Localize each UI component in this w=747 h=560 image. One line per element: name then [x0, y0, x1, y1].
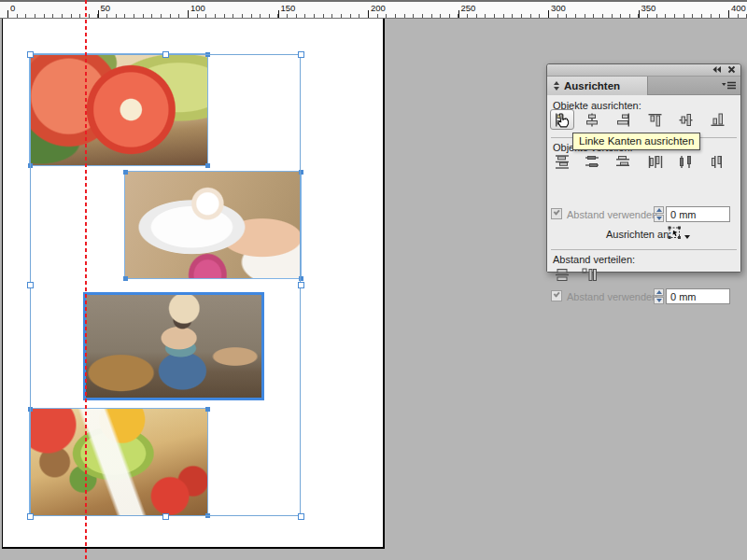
panel-tab-row: Ausrichten	[547, 77, 740, 95]
frame-handle[interactable]	[28, 407, 33, 412]
check-mark-icon	[554, 290, 560, 297]
panel-tab-title: Ausrichten	[564, 80, 620, 91]
ruler-tick-label: 350	[641, 3, 656, 13]
frame-handle[interactable]	[299, 170, 303, 175]
distribute-vertical-space-button[interactable]	[550, 264, 574, 285]
indesign-workspace: 050100150200250300350400	[0, 0, 747, 560]
ruler-major-tick	[98, 10, 99, 18]
frame-handle[interactable]	[299, 276, 303, 281]
align-horizontal-centers-button[interactable]	[580, 109, 604, 130]
spa-facial-photo[interactable]	[125, 172, 301, 278]
align-panel: Ausrichten Objekte ausrichten:	[546, 63, 741, 273]
frame-handle[interactable]	[123, 276, 128, 281]
distribute-horizontal-centers-icon	[679, 155, 694, 169]
selection-handle-bottom-left[interactable]	[27, 513, 34, 520]
distribute-horizontal-space-icon	[582, 268, 597, 282]
frame-handle[interactable]	[205, 52, 210, 57]
ruler-major-tick	[368, 10, 369, 18]
tooltip: Linke Kanten ausrichten	[572, 133, 700, 150]
distribute-horizontal-centers-button[interactable]	[674, 151, 698, 172]
horizontal-ruler[interactable]: 050100150200250300350400	[0, 2, 747, 19]
align-top-edges-icon	[648, 113, 663, 127]
panel-titlebar	[547, 64, 740, 77]
distribute-bottom-edges-icon	[615, 155, 630, 169]
align-vertical-centers-icon	[679, 113, 694, 127]
ruler-major-tick	[548, 10, 549, 18]
selection-handle-mid-right[interactable]	[298, 282, 304, 288]
tab-ausrichten[interactable]: Ausrichten	[547, 77, 648, 95]
stepper-up-icon[interactable]	[656, 208, 662, 212]
ruler-major-tick	[7, 10, 8, 18]
align-right-edges-icon	[615, 113, 630, 127]
selection-handle-bottom-right[interactable]	[298, 513, 304, 520]
ruler-major-tick	[639, 10, 640, 18]
distribute-vertical-centers-icon	[585, 155, 599, 169]
hand-cursor-icon	[555, 113, 571, 134]
align-to-label: Ausrichten an:	[606, 229, 671, 240]
align-vertical-centers-button[interactable]	[674, 109, 698, 130]
ruler-tick-label: 50	[101, 3, 111, 13]
check-mark-icon	[554, 208, 560, 215]
spacing-value-field-2[interactable]	[666, 288, 730, 304]
distribute-left-edges-icon	[648, 155, 663, 169]
selection-handle-mid-left[interactable]	[27, 282, 34, 288]
ruler-major-tick	[458, 10, 459, 18]
kid-aviator-photo[interactable]	[83, 292, 264, 400]
align-to-dropdown-arrow-icon[interactable]	[684, 235, 690, 239]
align-to-selection-icon[interactable]	[667, 225, 683, 243]
ruler-tick-label: 400	[731, 3, 746, 13]
apples-heart-photo[interactable]	[30, 54, 207, 165]
panel-menu-icon[interactable]	[721, 80, 737, 93]
align-bottom-edges-icon	[711, 113, 726, 127]
ruler-tick-label: 150	[281, 3, 296, 13]
ruler-major-tick	[728, 10, 729, 18]
ruler-tick-label: 300	[551, 3, 566, 13]
distribute-bottom-edges-button[interactable]	[611, 151, 635, 172]
selection-handle-top-left[interactable]	[27, 51, 34, 58]
frame-handle[interactable]	[123, 170, 128, 175]
selection-handle-top-right[interactable]	[298, 51, 304, 58]
vertical-guide[interactable]	[85, 0, 87, 560]
ruler-tick-label: 250	[461, 3, 476, 13]
ruler-tick-label: 100	[190, 3, 205, 13]
stepper-up-icon[interactable]	[656, 290, 662, 294]
stepper-down-icon[interactable]	[656, 217, 662, 220]
distribute-vertical-centers-button[interactable]	[580, 151, 604, 172]
distribute-horizontal-space-button[interactable]	[577, 264, 601, 285]
spacing-value-field-1[interactable]	[666, 206, 730, 222]
frame-handle[interactable]	[205, 513, 210, 518]
distribute-top-edges-icon	[555, 155, 570, 169]
align-bottom-edges-button[interactable]	[706, 109, 730, 130]
panel-collapse-toggle-icon[interactable]	[554, 81, 559, 91]
close-icon[interactable]	[727, 64, 736, 76]
distribute-left-edges-button[interactable]	[643, 151, 668, 172]
distribute-right-edges-icon	[711, 155, 726, 169]
use-spacing-label-1: Abstand verwenden	[567, 209, 657, 220]
use-spacing-checkbox-2[interactable]	[551, 290, 562, 301]
selection-handle-bottom-center[interactable]	[162, 513, 169, 520]
spacing-stepper-2[interactable]	[654, 288, 664, 304]
align-top-edges-button[interactable]	[643, 109, 668, 130]
align-horizontal-centers-icon	[585, 113, 599, 127]
healthy-food-photo[interactable]	[30, 409, 207, 515]
frame-handle[interactable]	[205, 407, 210, 412]
distribute-right-edges-button[interactable]	[706, 151, 730, 172]
align-right-edges-button[interactable]	[611, 109, 635, 130]
spacing-stepper-1[interactable]	[654, 206, 664, 222]
stepper-down-icon[interactable]	[656, 299, 662, 302]
distribute-top-edges-button[interactable]	[550, 151, 574, 172]
separator	[551, 249, 737, 250]
ruler-tick-label: 0	[10, 3, 15, 13]
frame-handle[interactable]	[205, 163, 210, 168]
collapse-double-arrow-icon[interactable]	[711, 64, 722, 76]
selection-handle-top-center[interactable]	[162, 51, 169, 58]
use-spacing-label-2: Abstand verwenden	[567, 291, 657, 302]
ruler-major-tick	[188, 10, 189, 18]
ruler-tick-label: 200	[371, 3, 386, 13]
distribute-vertical-space-icon	[555, 268, 570, 282]
ruler-major-tick	[278, 10, 279, 18]
frame-handle[interactable]	[28, 163, 33, 168]
use-spacing-checkbox-1[interactable]	[551, 208, 562, 219]
panel-content: Objekte ausrichten: Objekte verteilen:	[547, 95, 740, 272]
